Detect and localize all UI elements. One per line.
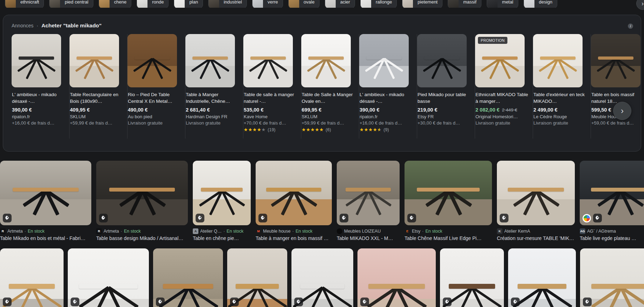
chips-scroll-right-button[interactable]: › xyxy=(636,0,644,10)
result-image[interactable] xyxy=(440,248,504,307)
next-page-button[interactable]: › xyxy=(613,102,631,120)
result-title[interactable]: Table Mikado en bois et métal - Fabri… xyxy=(0,235,91,241)
filter-chip[interactable]: rallonge xyxy=(360,0,397,8)
ad-product-image[interactable] xyxy=(243,34,293,87)
result-tile[interactable] xyxy=(291,248,353,307)
result-tile[interactable] xyxy=(0,248,64,307)
filter-chip[interactable]: acier xyxy=(325,0,355,8)
filter-chip[interactable]: chene xyxy=(99,0,131,8)
ad-card[interactable]: Table en bois massif naturel 18… 599,50 … xyxy=(591,34,641,139)
filter-chip[interactable]: ovale xyxy=(288,0,320,8)
ad-product-image[interactable]: PROMOTION xyxy=(475,34,525,87)
ad-product-image[interactable] xyxy=(301,34,351,87)
ad-title[interactable]: Table d'extérieur en teck MIKADO… xyxy=(533,91,586,105)
result-tile[interactable] xyxy=(508,248,576,307)
result-image[interactable] xyxy=(68,248,149,307)
filter-chip[interactable]: pied central xyxy=(49,0,93,8)
ad-product-image[interactable] xyxy=(70,34,119,87)
result-title[interactable]: Table MIKADO XXL - M… xyxy=(337,235,400,241)
result-image[interactable] xyxy=(256,161,332,225)
ad-product-image[interactable] xyxy=(591,34,640,87)
result-source-row[interactable]: M Meuble house · En stock xyxy=(256,228,332,234)
result-source-row[interactable]: AG AG¨ / AGtrema xyxy=(580,228,644,234)
ad-title[interactable]: Pied Mikado pour table basse xyxy=(418,91,470,105)
ad-title[interactable]: Ethnicraft MIKADO Table à manger… xyxy=(475,91,528,105)
ad-card[interactable]: PROMOTION Ethnicraft MIKADO Table à mang… xyxy=(475,34,533,139)
result-image[interactable] xyxy=(357,248,436,307)
result-tile[interactable] xyxy=(357,248,436,307)
filter-chip[interactable]: pietement xyxy=(402,0,442,8)
result-image[interactable] xyxy=(0,161,91,225)
filter-chip[interactable]: ethnicraft xyxy=(5,0,44,8)
result-tile[interactable]: M Meuble house · En stock Table à manger… xyxy=(256,161,332,241)
ad-product-image[interactable] xyxy=(533,34,583,87)
result-tile[interactable] xyxy=(153,248,223,307)
result-tile[interactable]: R Artmeta · En stock Table basse design … xyxy=(96,161,188,241)
result-image[interactable] xyxy=(508,248,576,307)
ad-title[interactable]: L' ambitieux - mikado désaxé -… xyxy=(360,91,412,105)
result-tile[interactable]: K Atelier KernA Création sur-mesure TABL… xyxy=(497,161,575,241)
result-title[interactable]: Table à manger en bois massif … xyxy=(256,235,332,241)
result-tile[interactable]: AG AG¨ / AGtrema Table live egde plateau… xyxy=(580,161,644,241)
ad-card[interactable]: L' ambitieux - mikado désaxé -… 390,00 €… xyxy=(12,34,70,139)
filter-chip[interactable]: industriel xyxy=(208,0,247,8)
ad-card[interactable]: Table à Manger Industrielle, Chêne… 2 68… xyxy=(185,34,243,139)
filter-chip[interactable]: plan xyxy=(174,0,203,8)
result-tile[interactable] xyxy=(227,248,287,307)
ad-title[interactable]: Table de Salle à Manger Ovale en… xyxy=(302,91,354,105)
result-source-row[interactable]: K Atelier KernA xyxy=(497,228,575,234)
filter-chip[interactable]: massif xyxy=(448,0,481,8)
result-title[interactable]: Création sur-mesure TABLE 'MIK… xyxy=(497,235,575,241)
lens-icon[interactable] xyxy=(583,214,591,222)
result-image[interactable] xyxy=(96,161,188,225)
result-tile[interactable] xyxy=(580,248,644,307)
ad-card[interactable]: L' ambitieux - mikado désaxé -… 390,00 €… xyxy=(359,34,417,139)
result-image[interactable] xyxy=(291,248,353,307)
result-source-row[interactable]: A Atelier Q… · En stock xyxy=(193,228,251,234)
result-image[interactable] xyxy=(580,161,644,225)
ad-title[interactable]: Table de salle à manger naturel -… xyxy=(244,91,296,105)
ad-product-image[interactable] xyxy=(185,34,235,87)
result-title[interactable]: Table Chêne Massif Live Edge Pi… xyxy=(405,235,492,241)
result-source-row[interactable]: Meubles LOIZEAU xyxy=(337,228,400,234)
filter-chip[interactable]: ronde xyxy=(137,0,169,8)
ad-title[interactable]: Table Rectangulaire en Bois (180x90… xyxy=(70,91,123,105)
result-title[interactable]: Table live egde plateau … xyxy=(580,235,644,241)
result-source-row[interactable]: R Artmeta · En stock xyxy=(0,228,91,234)
result-tile[interactable]: E Etsy · En stock Table Chêne Massif Liv… xyxy=(405,161,492,241)
ad-title[interactable]: L' ambitieux - mikado désaxé -… xyxy=(12,91,65,105)
ad-product-image[interactable] xyxy=(12,34,61,87)
result-image[interactable] xyxy=(580,248,644,307)
ad-card[interactable]: Rio – Pied De Table Central X En Metal… … xyxy=(127,34,185,139)
ad-card[interactable]: Table d'extérieur en teck MIKADO… 2 499,… xyxy=(533,34,591,139)
ad-product-image[interactable] xyxy=(417,34,467,87)
result-source-row[interactable]: E Etsy · En stock xyxy=(405,228,492,234)
result-tile[interactable]: R Artmeta · En stock Table Mikado en boi… xyxy=(0,161,91,241)
ad-card[interactable]: Pied Mikado pour table basse 219,00 € Et… xyxy=(417,34,475,139)
ad-title[interactable]: Rio – Pied De Table Central X En Metal… xyxy=(128,91,180,105)
ad-card[interactable]: Table de Salle à Manger Ovale en… 699,95… xyxy=(301,34,359,139)
result-source-row[interactable]: R Artmeta · En stock xyxy=(96,228,188,234)
result-title[interactable]: Table en chêne pie… xyxy=(193,235,251,241)
result-tile[interactable]: A Atelier Q… · En stock Table en chêne p… xyxy=(193,161,251,241)
filter-chip[interactable]: metal xyxy=(487,0,518,8)
result-image[interactable] xyxy=(0,248,64,307)
result-image[interactable] xyxy=(227,248,287,307)
result-image[interactable] xyxy=(153,248,223,307)
ad-card[interactable]: Table Rectangulaire en Bois (180x90… 409… xyxy=(70,34,127,139)
ad-title[interactable]: Table en bois massif naturel 18… xyxy=(591,91,641,105)
info-icon[interactable]: i xyxy=(628,24,633,29)
result-image[interactable] xyxy=(193,161,251,225)
result-tile[interactable]: Meubles LOIZEAU Table MIKADO XXL - M… xyxy=(337,161,400,241)
result-image[interactable] xyxy=(497,161,575,225)
filter-chip[interactable]: design xyxy=(524,0,557,8)
ad-product-image[interactable] xyxy=(359,34,409,87)
ad-title[interactable]: Table à Manger Industrielle, Chêne… xyxy=(186,91,238,105)
filter-chip[interactable]: verre xyxy=(252,0,283,8)
ad-product-image[interactable] xyxy=(127,34,177,87)
result-image[interactable] xyxy=(337,161,400,225)
result-tile[interactable] xyxy=(440,248,504,307)
result-title[interactable]: Table basse design Mikado / Artisanal… xyxy=(96,235,188,241)
result-image[interactable] xyxy=(405,161,492,225)
result-tile[interactable] xyxy=(68,248,149,307)
